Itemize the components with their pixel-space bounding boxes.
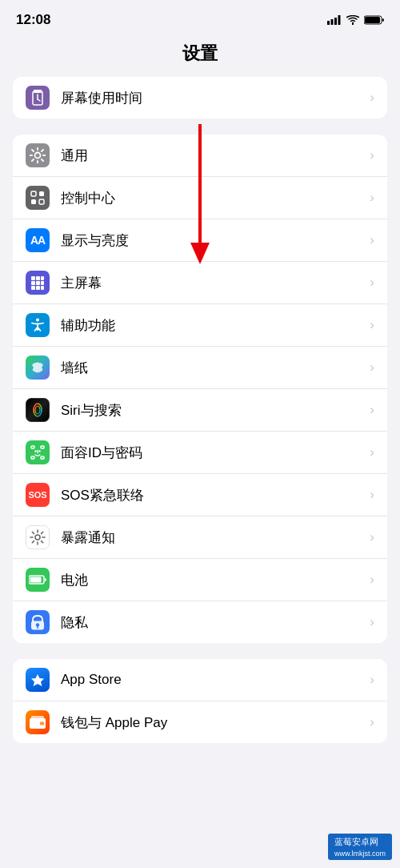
svg-rect-16 (36, 276, 40, 280)
row-siri[interactable]: Siri与搜索 › (13, 389, 387, 432)
svg-rect-30 (31, 456, 34, 459)
svg-rect-14 (39, 199, 44, 204)
row-wallpaper[interactable]: 墙纸 › (13, 347, 387, 389)
row-home-screen[interactable]: 主屏幕 › (13, 262, 387, 304)
section-store: App Store › 钱包与 Apple Pay › (13, 659, 387, 743)
sos-chevron: › (370, 487, 374, 503)
faceid-chevron: › (370, 444, 374, 460)
svg-rect-28 (31, 446, 34, 448)
home-screen-icon (26, 271, 50, 295)
watermark-url: www.lmkjst.com (334, 850, 386, 858)
control-center-icon (26, 186, 50, 210)
svg-rect-43 (40, 722, 44, 725)
row-exposure[interactable]: 暴露通知 › (13, 516, 387, 559)
svg-rect-2 (334, 18, 337, 25)
control-center-chevron: › (370, 190, 374, 206)
signal-icon (327, 15, 342, 25)
svg-rect-29 (41, 446, 44, 448)
appstore-icon (26, 668, 50, 692)
svg-point-33 (38, 450, 40, 452)
home-screen-label: 主屏幕 (61, 274, 363, 292)
general-chevron: › (370, 147, 374, 163)
wallpaper-label: 墙纸 (61, 359, 363, 377)
watermark-brand: 蓝莓安卓网 (334, 837, 378, 846)
privacy-icon (26, 610, 50, 634)
row-faceid[interactable]: 面容ID与密码 › (13, 432, 387, 474)
battery-label: 电池 (61, 571, 363, 589)
svg-point-32 (34, 450, 36, 452)
general-label: 通用 (61, 147, 363, 165)
battery-chevron: › (370, 572, 374, 588)
svg-point-35 (35, 535, 40, 540)
status-bar: 12:08 (0, 0, 400, 35)
svg-rect-18 (31, 281, 35, 285)
exposure-label: 暴露通知 (61, 528, 363, 547)
row-display[interactable]: AA 显示与亮度 › (13, 219, 387, 262)
svg-rect-42 (30, 718, 46, 721)
faceid-icon (26, 440, 50, 464)
row-general[interactable]: 通用 › (13, 135, 387, 177)
faceid-label: 面容ID与密码 (61, 444, 363, 462)
appstore-chevron: › (370, 672, 374, 688)
svg-rect-23 (41, 286, 44, 290)
svg-rect-15 (31, 276, 35, 280)
wallet-label: 钱包与 Apple Pay (61, 713, 363, 732)
section-screen-time: 屏幕使用时间 › (13, 77, 387, 119)
row-accessibility[interactable]: 辅助功能 › (13, 304, 387, 347)
exposure-icon (26, 525, 50, 549)
general-icon (26, 143, 50, 167)
display-label: 显示与亮度 (61, 231, 363, 250)
sos-label: SOS紧急联络 (61, 486, 363, 504)
screen-time-label: 屏幕使用时间 (61, 89, 363, 107)
row-screen-time[interactable]: 屏幕使用时间 › (13, 77, 387, 119)
svg-point-10 (35, 153, 41, 159)
svg-rect-21 (31, 286, 35, 290)
wallpaper-chevron: › (370, 360, 374, 376)
svg-rect-0 (327, 21, 330, 25)
battery-row-icon (26, 568, 50, 592)
wallet-icon (26, 710, 50, 734)
row-battery[interactable]: 电池 › (13, 559, 387, 601)
accessibility-label: 辅助功能 (61, 316, 363, 335)
siri-label: Siri与搜索 (61, 401, 363, 420)
svg-rect-5 (365, 17, 380, 23)
status-time: 12:08 (16, 12, 50, 28)
row-wallet[interactable]: 钱包与 Apple Pay › (13, 701, 387, 743)
svg-rect-12 (39, 191, 44, 196)
page-title: 设置 (0, 35, 400, 77)
accessibility-chevron: › (370, 317, 374, 333)
privacy-label: 隐私 (61, 613, 363, 632)
svg-line-9 (38, 99, 40, 101)
svg-rect-11 (31, 191, 36, 196)
row-control-center[interactable]: 控制中心 › (13, 177, 387, 219)
svg-rect-22 (36, 286, 40, 290)
screen-time-chevron: › (370, 90, 374, 106)
svg-rect-3 (338, 15, 341, 25)
row-sos[interactable]: SOS SOS紧急联络 › (13, 474, 387, 516)
svg-rect-1 (331, 19, 334, 25)
row-appstore[interactable]: App Store › (13, 659, 387, 701)
sos-icon: SOS (26, 483, 50, 507)
display-icon: AA (26, 228, 50, 252)
svg-rect-37 (30, 577, 42, 583)
exposure-chevron: › (370, 529, 374, 545)
home-screen-chevron: › (370, 275, 374, 291)
battery-icon (364, 15, 384, 25)
svg-rect-17 (41, 276, 44, 280)
svg-rect-19 (36, 281, 40, 285)
row-privacy[interactable]: 隐私 › (13, 601, 387, 643)
screen-time-icon (26, 86, 50, 110)
svg-rect-13 (31, 199, 36, 204)
siri-icon (26, 398, 50, 422)
watermark: 蓝莓安卓网 www.lmkjst.com (328, 834, 392, 860)
section-general: 通用 › 控制中心 › AA 显示与亮度 › (13, 135, 387, 643)
privacy-chevron: › (370, 614, 374, 630)
wifi-icon (346, 15, 359, 25)
status-icons (327, 15, 384, 25)
accessibility-icon (26, 313, 50, 337)
control-center-label: 控制中心 (61, 189, 363, 207)
appstore-label: App Store (61, 672, 363, 688)
svg-rect-31 (41, 456, 44, 459)
siri-chevron: › (370, 402, 374, 418)
wallpaper-icon (26, 356, 50, 380)
